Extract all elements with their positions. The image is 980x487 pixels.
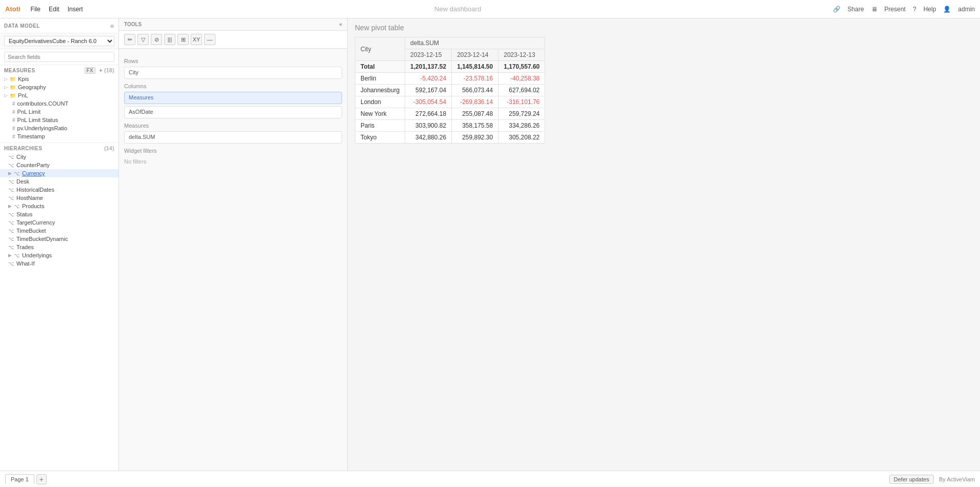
admin-label[interactable]: admin	[958, 6, 975, 13]
hierarchy-icon-2: ⌥	[8, 163, 14, 168]
columns-asofdate-zone[interactable]: AsOfDate	[124, 106, 342, 118]
value-cell: 627,694.02	[498, 85, 545, 96]
trades-hierarchy[interactable]: ⌥ Trades	[0, 243, 118, 251]
delta-sum-header: delta.SUM	[405, 37, 545, 49]
value-cell: 259,729.24	[498, 108, 545, 120]
hierarchy-icon: ⌥	[8, 154, 14, 160]
city-cell: New York	[355, 108, 405, 120]
xy-icon[interactable]: XY	[191, 34, 202, 45]
help-icon: ?	[913, 6, 916, 13]
value-cell: 305,208.22	[498, 132, 545, 144]
kpis-folder[interactable]: ▷ 📁 Kpis	[0, 75, 118, 83]
timestamp-item[interactable]: # Timestamp	[0, 132, 118, 140]
measure-icon: #	[12, 101, 15, 107]
grid-icon[interactable]: ⊞	[177, 34, 189, 45]
help-button[interactable]: Help	[924, 6, 936, 13]
hierarchy-icon-11: ⌥	[8, 236, 14, 242]
contributors-count-item[interactable]: # contributors.COUNT	[0, 99, 118, 108]
status-hierarchy[interactable]: ⌥ Status	[0, 210, 118, 218]
measures-list: ▷ 📁 Kpis ▷ 📁 Geography ▷ 📁 PnL # contrib…	[0, 75, 118, 471]
nav-insert[interactable]: Insert	[68, 6, 83, 13]
hostname-hierarchy[interactable]: ⌥ HostName	[0, 194, 118, 202]
desk-hierarchy[interactable]: ⌥ Desk	[0, 177, 118, 186]
no-filters-label: No filters	[124, 156, 342, 167]
geography-arrow: ▷	[4, 85, 8, 90]
fx-button[interactable]: fx	[85, 67, 96, 74]
pivot-title: New pivot table	[348, 18, 980, 37]
targetcurrency-label: TargetCurrency	[16, 219, 55, 226]
value-cell: 255,087.48	[452, 108, 498, 120]
city-cell: Berlin	[355, 73, 405, 85]
add-measure-btn[interactable]: +	[99, 68, 103, 73]
value-cell: 566,073.44	[452, 85, 498, 96]
whatif-hierarchy[interactable]: ⌥ What-If	[0, 259, 118, 268]
measures-drop-zone[interactable]: delta.SUM	[124, 131, 342, 144]
products-hierarchy[interactable]: ▶ ⌥ Products	[0, 202, 118, 210]
pnl-arrow: ▷	[4, 93, 8, 98]
table-row: London-305,054.54-269,836.14-316,101.76	[355, 96, 545, 108]
underlyings-label: Underlyings	[22, 252, 52, 258]
user-icon: 👤	[943, 6, 951, 13]
pnl-folder[interactable]: ▷ 📁 PnL	[0, 91, 118, 99]
timebucketdynamic-label: TimeBucketDynamic	[16, 236, 68, 242]
targetcurrency-hierarchy[interactable]: ⌥ TargetCurrency	[0, 218, 118, 227]
currency-hierarchy[interactable]: ▶ ⌥ Currency	[0, 169, 118, 177]
pnl-limit-label: PnL Limit	[17, 109, 41, 115]
pivot-table: City delta.SUM 2023-12-15 2023-12-14 202…	[355, 37, 545, 144]
filter-icon[interactable]: ▽	[137, 34, 149, 45]
value-cell: 1,145,814.50	[452, 61, 498, 73]
nav-file[interactable]: File	[31, 6, 41, 13]
pnl-limit-status-item[interactable]: # PnL Limit Status	[0, 116, 118, 124]
value-cell: 1,170,557.60	[498, 61, 545, 73]
measure-icon-4: #	[12, 126, 15, 131]
nav-edit[interactable]: Edit	[49, 6, 59, 13]
value-cell: -23,578.16	[452, 73, 498, 85]
pnl-limit-status-label: PnL Limit Status	[17, 117, 58, 123]
search-input[interactable]	[4, 52, 114, 62]
timebucket-hierarchy[interactable]: ⌥ TimeBucket	[0, 227, 118, 235]
share-button[interactable]: Share	[848, 6, 864, 13]
columns-measures-zone[interactable]: Measures	[124, 92, 342, 104]
cube-select[interactable]: EquityDerivativesCube - Ranch 6.0	[4, 36, 114, 46]
main-layout: DATA MODEL « EquityDerivativesCube - Ran…	[0, 18, 980, 471]
rows-value: City	[129, 69, 138, 75]
date2-header: 2023-12-14	[452, 49, 498, 61]
value-cell: 1,201,137.52	[405, 61, 452, 73]
counterparty-hierarchy[interactable]: ⌥ CounterParty	[0, 161, 118, 169]
underlyings-hierarchy[interactable]: ▶ ⌥ Underlyings	[0, 251, 118, 259]
rows-drop-zone[interactable]: City	[124, 67, 342, 79]
minus-icon[interactable]: —	[204, 34, 215, 45]
underlyings-arrow: ▶	[8, 253, 12, 258]
present-button[interactable]: Present	[885, 6, 906, 13]
cube-selector[interactable]: EquityDerivativesCube - Ranch 6.0	[0, 33, 118, 49]
measures-label: MEASURES	[4, 68, 35, 73]
tools-header: TOOLS «	[119, 18, 347, 31]
defer-updates-button[interactable]: Defer updates	[889, 475, 934, 484]
table-row: Johannesburg592,167.04566,073.44627,694.…	[355, 85, 545, 96]
city-hierarchy[interactable]: ⌥ City	[0, 153, 118, 161]
add-page-button[interactable]: +	[36, 474, 47, 484]
city-header: City	[355, 37, 405, 61]
collapse-data-model[interactable]: «	[110, 22, 114, 30]
page-1-tab[interactable]: Page 1	[5, 474, 34, 484]
value-cell: 259,892.30	[452, 132, 498, 144]
nav-menu: File Edit Insert	[31, 6, 83, 13]
value-cell: -305,054.54	[405, 96, 452, 108]
geography-folder[interactable]: ▷ 📁 Geography	[0, 83, 118, 91]
whatif-label: What-If	[16, 260, 34, 267]
counterparty-label: CounterParty	[16, 162, 50, 168]
value-cell: 342,880.26	[405, 132, 452, 144]
timebucketdynamic-hierarchy[interactable]: ⌥ TimeBucketDynamic	[0, 235, 118, 243]
sort-icon[interactable]: ⊘	[151, 34, 162, 45]
edit-icon[interactable]: ✏	[124, 34, 135, 45]
collapse-tools[interactable]: «	[339, 22, 342, 27]
columns-icon[interactable]: |||	[164, 34, 175, 45]
geography-label: Geography	[18, 84, 46, 90]
table-row: Berlin-5,420.24-23,578.16-40,258.38	[355, 73, 545, 85]
city-cell: Tokyo	[355, 132, 405, 144]
pv-underlyings-item[interactable]: # pv.UnderlyingsRatio	[0, 124, 118, 132]
tools-title: TOOLS	[124, 22, 142, 27]
historical-dates-hierarchy[interactable]: ⌥ HistoricalDates	[0, 186, 118, 194]
city-label: City	[16, 154, 26, 160]
pnl-limit-item[interactable]: # PnL Limit	[0, 108, 118, 116]
